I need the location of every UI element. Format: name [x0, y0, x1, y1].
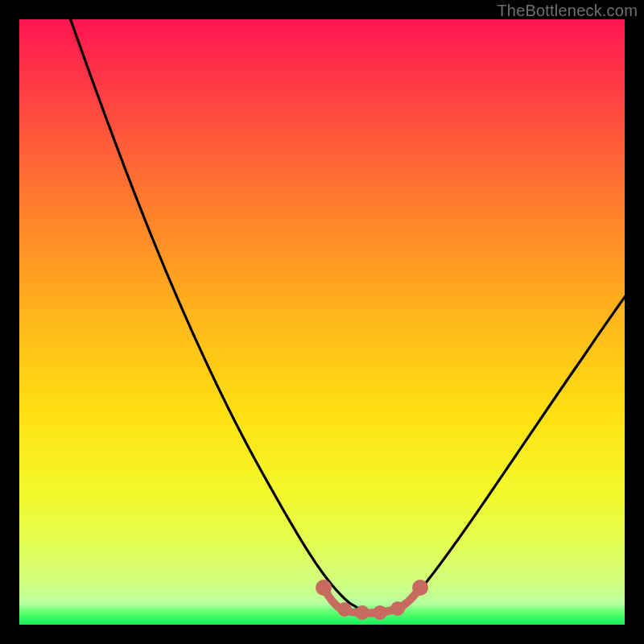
svg-point-1 — [416, 584, 424, 592]
svg-point-0 — [320, 584, 328, 592]
bottleneck-curve — [68, 11, 639, 613]
bottleneck-curve-svg — [19, 19, 625, 625]
svg-point-5 — [394, 605, 401, 612]
chart-stage: TheBottleneck.com — [0, 0, 644, 644]
svg-point-3 — [359, 609, 365, 616]
watermark-text: TheBottleneck.com — [497, 2, 638, 20]
svg-point-4 — [377, 609, 383, 616]
plot-area — [19, 19, 625, 625]
svg-point-2 — [341, 606, 348, 613]
